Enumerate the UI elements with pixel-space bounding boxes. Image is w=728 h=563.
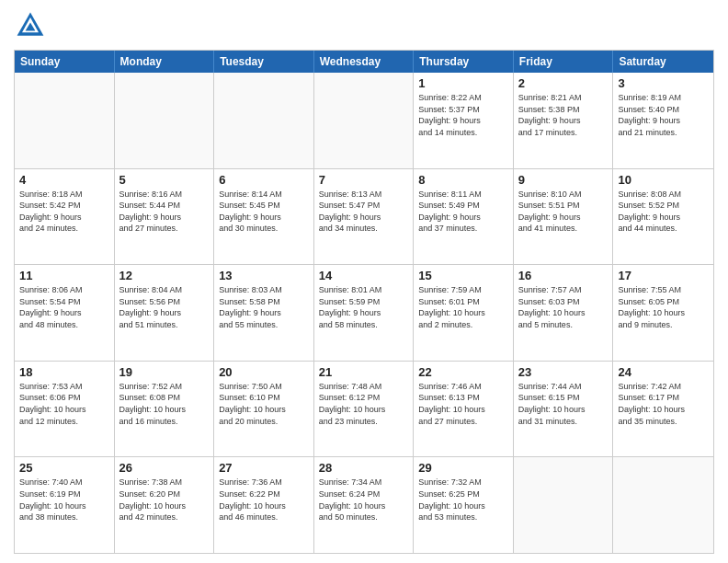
day-cell-29: 29Sunrise: 7:32 AM Sunset: 6:25 PM Dayli… [414,457,514,553]
day-info: Sunrise: 8:19 AM Sunset: 5:40 PM Dayligh… [618,92,709,138]
weekday-header-friday: Friday [514,51,614,73]
day-number: 12 [119,269,210,282]
weekday-header-sunday: Sunday [15,51,115,73]
weekday-header-tuesday: Tuesday [214,51,314,73]
day-number: 26 [119,461,210,475]
day-info: Sunrise: 7:46 AM Sunset: 6:13 PM Dayligh… [418,381,508,427]
day-cell-6: 6Sunrise: 8:14 AM Sunset: 5:45 PM Daylig… [214,169,314,265]
empty-cell-0-2 [214,73,314,168]
day-number: 10 [618,173,709,187]
day-info: Sunrise: 8:22 AM Sunset: 5:37 PM Dayligh… [418,92,508,138]
day-number: 3 [618,76,709,90]
calendar: SundayMondayTuesdayWednesdayThursdayFrid… [14,50,714,554]
empty-cell-0-0 [15,73,115,168]
day-cell-4: 4Sunrise: 8:18 AM Sunset: 5:42 PM Daylig… [15,169,115,265]
day-number: 15 [418,269,508,282]
day-info: Sunrise: 8:18 AM Sunset: 5:42 PM Dayligh… [19,189,109,235]
day-number: 27 [219,461,309,475]
day-cell-1: 1Sunrise: 8:22 AM Sunset: 5:37 PM Daylig… [414,73,514,168]
day-info: Sunrise: 8:10 AM Sunset: 5:51 PM Dayligh… [518,189,609,235]
day-cell-27: 27Sunrise: 7:36 AM Sunset: 6:22 PM Dayli… [214,457,314,553]
day-info: Sunrise: 8:04 AM Sunset: 5:56 PM Dayligh… [119,284,210,330]
day-number: 18 [19,365,109,379]
day-cell-10: 10Sunrise: 8:08 AM Sunset: 5:52 PM Dayli… [613,169,713,265]
day-cell-3: 3Sunrise: 8:19 AM Sunset: 5:40 PM Daylig… [613,73,713,168]
day-info: Sunrise: 7:38 AM Sunset: 6:20 PM Dayligh… [119,477,210,523]
empty-cell-4-6 [613,457,713,553]
weekday-header-saturday: Saturday [613,51,713,73]
empty-cell-0-1 [115,73,215,168]
day-cell-20: 20Sunrise: 7:50 AM Sunset: 6:10 PM Dayli… [214,362,314,457]
day-cell-25: 25Sunrise: 7:40 AM Sunset: 6:19 PM Dayli… [15,457,115,553]
day-number: 21 [319,365,409,379]
day-number: 2 [518,76,609,90]
day-cell-8: 8Sunrise: 8:11 AM Sunset: 5:49 PM Daylig… [414,169,514,265]
calendar-body: 1Sunrise: 8:22 AM Sunset: 5:37 PM Daylig… [15,73,713,553]
calendar-row-0: 1Sunrise: 8:22 AM Sunset: 5:37 PM Daylig… [15,73,713,168]
day-info: Sunrise: 7:53 AM Sunset: 6:06 PM Dayligh… [19,381,109,427]
day-cell-17: 17Sunrise: 7:55 AM Sunset: 6:05 PM Dayli… [613,265,713,361]
day-cell-14: 14Sunrise: 8:01 AM Sunset: 5:59 PM Dayli… [314,265,415,361]
day-number: 16 [518,269,609,282]
day-info: Sunrise: 7:59 AM Sunset: 6:01 PM Dayligh… [418,284,508,330]
day-cell-26: 26Sunrise: 7:38 AM Sunset: 6:20 PM Dayli… [115,457,215,553]
day-number: 5 [119,173,210,187]
day-number: 1 [418,76,508,90]
day-cell-11: 11Sunrise: 8:06 AM Sunset: 5:54 PM Dayli… [15,265,115,361]
day-info: Sunrise: 8:01 AM Sunset: 5:59 PM Dayligh… [319,284,409,330]
day-number: 25 [19,461,109,475]
day-number: 17 [618,269,709,282]
day-number: 20 [219,365,309,379]
calendar-header: SundayMondayTuesdayWednesdayThursdayFrid… [15,51,713,73]
calendar-row-2: 11Sunrise: 8:06 AM Sunset: 5:54 PM Dayli… [15,264,713,361]
day-cell-7: 7Sunrise: 8:13 AM Sunset: 5:47 PM Daylig… [314,169,415,265]
day-number: 6 [219,173,309,187]
weekday-header-thursday: Thursday [414,51,514,73]
weekday-header-wednesday: Wednesday [314,51,415,73]
day-info: Sunrise: 7:44 AM Sunset: 6:15 PM Dayligh… [518,381,609,427]
day-info: Sunrise: 7:48 AM Sunset: 6:12 PM Dayligh… [319,381,409,427]
header [14,9,714,42]
day-cell-19: 19Sunrise: 7:52 AM Sunset: 6:08 PM Dayli… [115,362,215,457]
day-info: Sunrise: 8:06 AM Sunset: 5:54 PM Dayligh… [19,284,109,330]
day-number: 22 [418,365,508,379]
day-info: Sunrise: 7:50 AM Sunset: 6:10 PM Dayligh… [219,381,309,427]
day-number: 13 [219,269,309,282]
day-cell-5: 5Sunrise: 8:16 AM Sunset: 5:44 PM Daylig… [115,169,215,265]
day-info: Sunrise: 8:08 AM Sunset: 5:52 PM Dayligh… [618,189,709,235]
day-cell-13: 13Sunrise: 8:03 AM Sunset: 5:58 PM Dayli… [214,265,314,361]
day-info: Sunrise: 8:13 AM Sunset: 5:47 PM Dayligh… [319,189,409,235]
day-number: 11 [19,269,109,282]
day-info: Sunrise: 7:40 AM Sunset: 6:19 PM Dayligh… [19,477,109,523]
day-number: 28 [319,461,409,475]
day-number: 9 [518,173,609,187]
day-info: Sunrise: 8:03 AM Sunset: 5:58 PM Dayligh… [219,284,309,330]
day-info: Sunrise: 8:16 AM Sunset: 5:44 PM Dayligh… [119,189,210,235]
day-number: 8 [418,173,508,187]
day-info: Sunrise: 8:14 AM Sunset: 5:45 PM Dayligh… [219,189,309,235]
day-cell-21: 21Sunrise: 7:48 AM Sunset: 6:12 PM Dayli… [314,362,415,457]
day-info: Sunrise: 7:55 AM Sunset: 6:05 PM Dayligh… [618,284,709,330]
day-cell-23: 23Sunrise: 7:44 AM Sunset: 6:15 PM Dayli… [514,362,614,457]
weekday-header-monday: Monday [115,51,215,73]
logo [14,9,52,42]
day-cell-16: 16Sunrise: 7:57 AM Sunset: 6:03 PM Dayli… [514,265,614,361]
day-info: Sunrise: 7:34 AM Sunset: 6:24 PM Dayligh… [319,477,409,523]
day-number: 24 [618,365,709,379]
day-number: 19 [119,365,210,379]
calendar-row-3: 18Sunrise: 7:53 AM Sunset: 6:06 PM Dayli… [15,361,713,457]
day-number: 7 [319,173,409,187]
day-info: Sunrise: 7:57 AM Sunset: 6:03 PM Dayligh… [518,284,609,330]
day-number: 23 [518,365,609,379]
day-info: Sunrise: 8:11 AM Sunset: 5:49 PM Dayligh… [418,189,508,235]
page: SundayMondayTuesdayWednesdayThursdayFrid… [0,0,728,563]
day-number: 29 [418,461,508,475]
calendar-row-1: 4Sunrise: 8:18 AM Sunset: 5:42 PM Daylig… [15,168,713,265]
logo-icon [14,9,47,42]
day-info: Sunrise: 7:52 AM Sunset: 6:08 PM Dayligh… [119,381,210,427]
day-cell-12: 12Sunrise: 8:04 AM Sunset: 5:56 PM Dayli… [115,265,215,361]
day-cell-28: 28Sunrise: 7:34 AM Sunset: 6:24 PM Dayli… [314,457,415,553]
day-cell-15: 15Sunrise: 7:59 AM Sunset: 6:01 PM Dayli… [414,265,514,361]
day-info: Sunrise: 7:36 AM Sunset: 6:22 PM Dayligh… [219,477,309,523]
empty-cell-0-3 [314,73,415,168]
